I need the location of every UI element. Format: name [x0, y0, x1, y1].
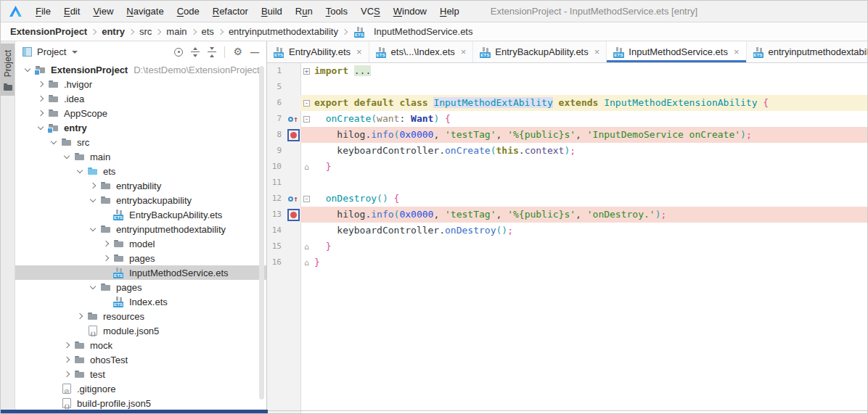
collapse-chevron-icon[interactable]	[88, 282, 99, 292]
fold-collapse-icon[interactable]: -	[303, 116, 310, 123]
project-panel-title[interactable]: Project	[37, 46, 66, 57]
menu-window[interactable]: Window	[387, 6, 433, 17]
breakpoint-icon[interactable]	[287, 129, 300, 141]
expand-chevron-icon[interactable]	[62, 355, 73, 365]
chevron-down-icon[interactable]	[72, 51, 78, 54]
editor-tab-inputmethodservice-ets[interactable]: ETSInputMethodService.ets×	[607, 41, 746, 62]
tree-item-entry[interactable]: entry	[15, 120, 266, 135]
tree-item-entryinputmethodextability[interactable]: entryinputmethodextability	[15, 222, 266, 236]
breadcrumb-item-entry[interactable]: entry	[101, 26, 126, 37]
menu-refactor[interactable]: Refactor	[206, 6, 255, 17]
code-token: .	[439, 225, 445, 236]
tree-item-hvigor[interactable]: .hvigor	[15, 77, 266, 91]
settings-icon[interactable]	[233, 46, 242, 57]
tree-item-ets[interactable]: ets	[15, 164, 266, 178]
fold-end-icon[interactable]: ⌂	[304, 164, 309, 170]
tree-item-idea[interactable]: .idea	[15, 91, 266, 106]
breakpoint-icon[interactable]	[287, 209, 300, 221]
breadcrumb-item-ets[interactable]: ets	[201, 26, 215, 37]
tree-item-appscope[interactable]: AppScope	[15, 106, 266, 120]
editor-tab-entryinputmethodextability[interactable]: ETSentryinputmethodextability\×	[747, 41, 868, 62]
expand-chevron-icon[interactable]	[36, 94, 46, 104]
tab-close-icon[interactable]: ×	[356, 47, 362, 57]
tree-item-gitignore[interactable]: .gitignore	[15, 381, 266, 396]
menu-run[interactable]: Run	[289, 6, 319, 17]
locate-icon[interactable]	[174, 48, 183, 57]
expand-chevron-icon[interactable]	[36, 79, 46, 89]
collapse-chevron-icon[interactable]	[49, 137, 60, 147]
menu-navigate[interactable]: Navigate	[120, 6, 170, 17]
tree-item-pages[interactable]: pages	[15, 251, 266, 265]
fold-end-icon[interactable]: ⌂	[304, 260, 309, 266]
tree-item-extensionproject[interactable]: ExtensionProjectD:\testDemo\ExtensionPro…	[15, 62, 266, 77]
stripe-tab-project[interactable]: Project	[1, 44, 15, 96]
fold-end-icon[interactable]: ⌂	[304, 244, 309, 250]
tree-item-test[interactable]: test	[15, 367, 266, 381]
expand-chevron-icon[interactable]	[62, 340, 73, 350]
overriding-method-icon[interactable]: ↑	[288, 195, 298, 203]
hide-icon[interactable]	[250, 46, 259, 57]
editor-tab-ets-index-ets[interactable]: ETSets\...\Index.ets×	[369, 41, 474, 62]
tree-item-entrybackupability[interactable]: entrybackupability	[15, 193, 266, 207]
collapse-chevron-icon[interactable]	[36, 123, 46, 133]
collapse-icon[interactable]	[208, 48, 216, 57]
tree-item-mock[interactable]: mock	[15, 338, 266, 352]
menu-edit[interactable]: Edit	[57, 6, 86, 17]
expand-chevron-icon[interactable]	[36, 108, 46, 118]
breadcrumb-item-entryinputmethodextability[interactable]: entryinputmethodextability	[228, 26, 339, 37]
editor-tab-entrybackupability-ets[interactable]: ETSEntryBackupAbility.ets×	[473, 41, 607, 62]
tree-item-entryability[interactable]: entryability	[15, 178, 266, 193]
code-editor[interactable]: 1+import ...56-export default class Inpu…	[267, 63, 867, 270]
overriding-method-icon[interactable]: ↑	[288, 115, 298, 123]
breadcrumb-item-extensionproject[interactable]: ExtensionProject	[9, 26, 88, 37]
tab-close-icon[interactable]: ×	[461, 47, 467, 57]
code-token: info	[371, 129, 393, 140]
code-token: hilog	[337, 209, 365, 220]
tree-item-module-json5[interactable]: module.json5	[15, 323, 266, 338]
collapse-chevron-icon[interactable]	[62, 152, 73, 162]
menu-code[interactable]: Code	[171, 6, 206, 17]
breadcrumb-item-main[interactable]: main	[165, 26, 187, 37]
fold-collapse-icon[interactable]: -	[303, 196, 310, 202]
menu-file[interactable]: File	[29, 6, 57, 17]
expand-icon[interactable]	[191, 48, 200, 57]
code-token: .	[439, 145, 445, 156]
tree-item-ohostest[interactable]: ohosTest	[15, 352, 266, 367]
tab-close-icon[interactable]: ×	[734, 47, 740, 57]
tree-item-pages[interactable]: pages	[15, 280, 266, 294]
code-token: )	[382, 193, 388, 204]
fold-collapse-icon[interactable]: -	[303, 100, 310, 107]
menu-build[interactable]: Build	[255, 6, 289, 17]
menu-help[interactable]: Help	[433, 6, 466, 17]
breadcrumb-item-inputmethodservice-ets[interactable]: ETSInputMethodService.ets	[352, 26, 474, 38]
code-token: ...	[354, 65, 371, 76]
menu-tools[interactable]: Tools	[319, 6, 354, 17]
menu-vcs[interactable]: VCS	[354, 6, 387, 17]
menu-view[interactable]: View	[86, 6, 120, 17]
collapse-chevron-icon[interactable]	[88, 224, 99, 234]
tree-item-index-ets[interactable]: ETSIndex.ets	[15, 294, 266, 309]
collapse-chevron-icon[interactable]	[75, 166, 86, 176]
tab-close-icon[interactable]: ×	[594, 47, 600, 57]
tree-item-entrybackupability-ets[interactable]: ETSEntryBackupAbility.ets	[15, 207, 266, 222]
tree-item-main[interactable]: main	[15, 149, 266, 164]
tree-item-build-profile-json5[interactable]: build-profile.json5	[15, 396, 266, 410]
code-token: Want	[411, 113, 433, 124]
expand-chevron-icon[interactable]	[101, 253, 112, 263]
tree-item-resources[interactable]: resources	[15, 309, 266, 323]
expand-chevron-icon[interactable]	[75, 311, 86, 321]
tree-item-inputmethodservice-ets[interactable]: ETSInputMethodService.ets	[15, 265, 266, 280]
tree-scrollbar[interactable]	[259, 66, 264, 399]
expand-chevron-icon[interactable]	[62, 369, 73, 379]
collapse-chevron-icon[interactable]	[88, 195, 99, 205]
code-line-6: 6-export default class InputMethodExtAbi…	[267, 95, 867, 111]
tree-item-src[interactable]: src	[15, 135, 266, 149]
fold-expand-icon[interactable]: +	[303, 68, 310, 75]
expand-chevron-icon[interactable]	[88, 181, 99, 191]
breadcrumb-item-src[interactable]: src	[139, 26, 152, 37]
tree-item-model[interactable]: model	[15, 236, 266, 251]
expand-chevron-icon[interactable]	[101, 239, 112, 249]
collapse-chevron-icon[interactable]	[22, 65, 33, 75]
line-number: 10	[267, 159, 286, 175]
editor-tab-entryability-ets[interactable]: ETSEntryAbility.ets×	[267, 41, 369, 62]
